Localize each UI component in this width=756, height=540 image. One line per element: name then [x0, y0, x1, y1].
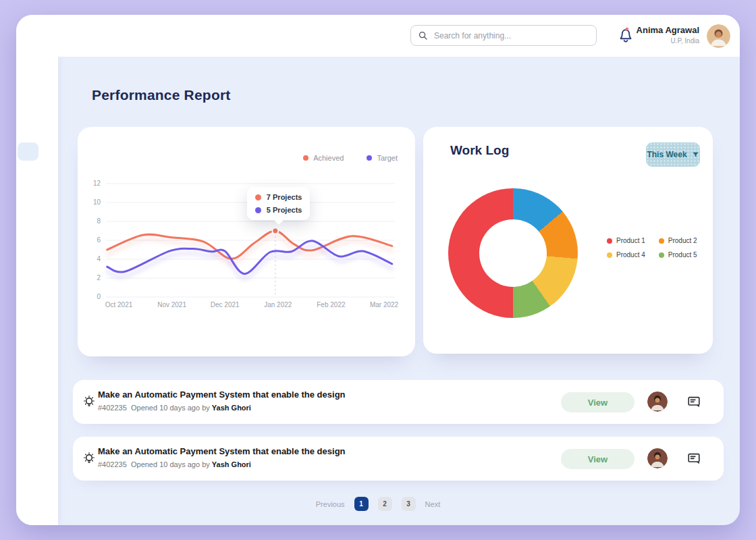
pagination-page-2[interactable]: 2 — [378, 497, 392, 511]
user-avatar[interactable] — [707, 24, 730, 48]
svg-text:4: 4 — [97, 255, 101, 263]
performance-line-chart: 024681012Oct 2021Nov 2021Dec 2021Jan 202… — [78, 127, 415, 356]
app-window: Anima Agrawal U.P, India Performance Rep… — [16, 15, 740, 525]
assignee-avatar[interactable] — [647, 448, 668, 468]
legend-item-product-4: Product 4 — [607, 251, 645, 259]
chart-tooltip: 7 Projects 5 Projects — [247, 187, 310, 220]
task-meta: #402235 Opened 10 days ago by Yash Ghori — [98, 404, 346, 412]
tooltip-achieved-dot — [255, 194, 261, 200]
performance-chart-card: Achieved Target 024681012Oct 2021Nov 202… — [78, 127, 415, 356]
tooltip-label: 5 Projects — [267, 206, 302, 214]
svg-text:2: 2 — [97, 274, 101, 281]
svg-text:Dec 2021: Dec 2021 — [211, 301, 240, 308]
task-opened: Opened 10 days ago by — [131, 460, 210, 468]
search-icon — [418, 30, 428, 40]
task-opened: Opened 10 days ago by — [131, 404, 210, 412]
sidebar-active-item[interactable] — [18, 142, 38, 161]
tooltip-target-dot — [255, 207, 261, 213]
task-title: Make an Automatic Payment System that en… — [98, 446, 346, 456]
svg-text:0: 0 — [97, 293, 101, 300]
donut-hole — [479, 219, 547, 287]
sidebar — [16, 57, 58, 525]
user-location: U.P, India — [610, 37, 699, 45]
svg-text:8: 8 — [97, 217, 101, 225]
legend-item-product-2: Product 2 — [659, 237, 697, 244]
task-id: #402235 — [98, 460, 127, 468]
filter-label: This Week — [647, 150, 686, 159]
pagination: Previous 1 2 3 Next — [16, 497, 740, 511]
task-id: #402235 — [98, 404, 127, 412]
search-input[interactable] — [434, 31, 589, 40]
pagination-next[interactable]: Next — [425, 500, 441, 508]
filter-funnel-icon — [692, 151, 699, 159]
svg-text:Feb 2022: Feb 2022 — [317, 301, 346, 308]
comment-icon — [686, 451, 701, 466]
legend-item-product-5: Product 5 — [659, 251, 697, 259]
view-button[interactable]: View — [561, 392, 634, 412]
assignee-avatar-image — [647, 392, 668, 412]
product-4-dot — [607, 252, 612, 258]
tooltip-label: 7 Projects — [267, 193, 302, 201]
legend-label: Product 1 — [616, 237, 645, 244]
svg-text:10: 10 — [93, 198, 101, 206]
user-avatar-image — [707, 24, 730, 48]
work-log-donut-chart — [448, 188, 578, 318]
assignee-avatar[interactable] — [647, 392, 668, 412]
lightbulb-icon — [81, 394, 97, 410]
product-1-dot — [607, 238, 612, 244]
legend-label: Product 4 — [616, 251, 645, 259]
pagination-previous[interactable]: Previous — [316, 500, 345, 508]
comment-button[interactable] — [686, 394, 702, 410]
task-author: Yash Ghori — [212, 460, 251, 468]
task-title: Make an Automatic Payment System that en… — [98, 389, 346, 400]
user-name: Anima Agrawal — [610, 25, 699, 35]
svg-text:Nov 2021: Nov 2021 — [157, 301, 186, 308]
tooltip-row: 5 Projects — [255, 206, 302, 214]
task-text: Make an Automatic Payment System that en… — [98, 389, 346, 412]
product-5-dot — [659, 252, 664, 258]
legend-label: Product 2 — [668, 237, 697, 244]
pagination-page-3[interactable]: 3 — [402, 497, 416, 511]
legend-item-product-1: Product 1 — [607, 237, 645, 244]
task-author: Yash Ghori — [212, 404, 251, 412]
top-header: Anima Agrawal U.P, India — [16, 15, 740, 57]
task-row[interactable]: Make an Automatic Payment System that en… — [73, 437, 724, 481]
task-meta: #402235 Opened 10 days ago by Yash Ghori — [98, 460, 346, 468]
lightbulb-icon — [81, 451, 97, 467]
desktop-background: Anima Agrawal U.P, India Performance Rep… — [0, 0, 756, 540]
view-button[interactable]: View — [561, 449, 634, 469]
work-log-title: Work Log — [450, 143, 509, 158]
svg-text:Jan 2022: Jan 2022 — [264, 301, 292, 308]
svg-text:Mar 2022: Mar 2022 — [370, 301, 399, 308]
assignee-avatar-image — [647, 448, 668, 468]
pagination-page-1[interactable]: 1 — [354, 497, 369, 511]
page-title: Performance Report — [92, 87, 231, 103]
task-row[interactable]: Make an Automatic Payment System that en… — [73, 380, 724, 424]
comment-button[interactable] — [686, 451, 702, 467]
task-text: Make an Automatic Payment System that en… — [98, 446, 346, 468]
product-2-dot — [659, 238, 664, 244]
work-log-card: Work Log This Week Product 1 Product 2 — [423, 127, 713, 354]
this-week-filter-button[interactable]: This Week — [646, 142, 700, 167]
svg-text:Oct 2021: Oct 2021 — [105, 301, 133, 308]
comment-icon — [686, 394, 701, 409]
tooltip-row: 7 Projects — [255, 193, 302, 201]
legend-label: Product 5 — [668, 251, 697, 259]
search-box[interactable] — [410, 25, 597, 46]
donut-legend: Product 1 Product 2 Product 4 Product 5 — [607, 237, 697, 259]
user-menu[interactable]: Anima Agrawal U.P, India — [610, 25, 699, 45]
svg-text:6: 6 — [97, 236, 101, 244]
svg-text:12: 12 — [93, 180, 101, 187]
